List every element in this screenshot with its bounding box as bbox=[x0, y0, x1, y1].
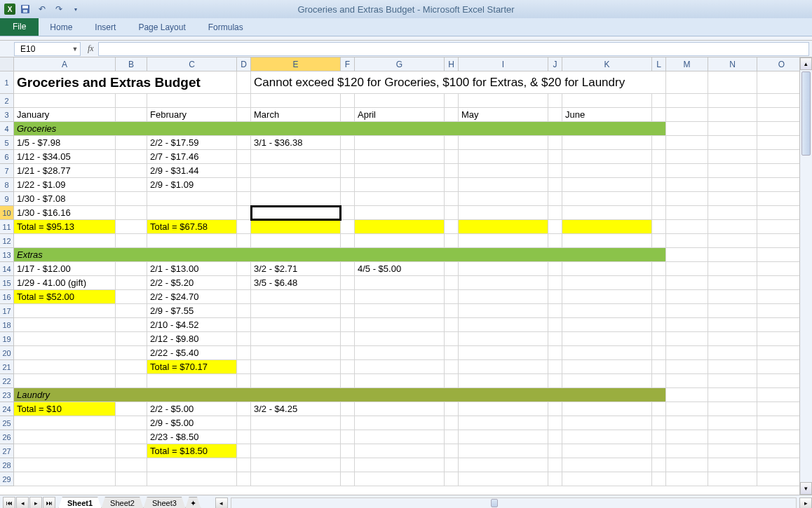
cell-F24[interactable] bbox=[341, 402, 355, 416]
cell-G17[interactable] bbox=[355, 304, 445, 318]
vscroll-thumb[interactable] bbox=[801, 71, 811, 156]
cell-F16[interactable] bbox=[341, 290, 355, 304]
cell-M13[interactable] bbox=[666, 248, 708, 262]
cell-N11[interactable] bbox=[708, 220, 757, 234]
cell-F18[interactable] bbox=[341, 318, 355, 332]
cell-F29[interactable] bbox=[341, 472, 355, 486]
formula-input[interactable] bbox=[98, 42, 809, 56]
row-header-3[interactable]: 3 bbox=[0, 108, 14, 122]
cell-D2[interactable] bbox=[237, 94, 251, 108]
cell-C29[interactable] bbox=[147, 472, 237, 486]
cell-J24[interactable] bbox=[548, 402, 562, 416]
row-header-6[interactable]: 6 bbox=[0, 150, 14, 164]
cell-M9[interactable] bbox=[666, 192, 708, 206]
cell-H6[interactable] bbox=[445, 150, 459, 164]
cell-I21[interactable] bbox=[459, 360, 548, 374]
cell-C26[interactable]: 2/23 - $8.50 bbox=[147, 430, 237, 444]
cell-I28[interactable] bbox=[459, 458, 548, 472]
row-header-2[interactable]: 2 bbox=[0, 94, 14, 108]
cell-K27[interactable] bbox=[562, 444, 652, 458]
row-header-21[interactable]: 21 bbox=[0, 360, 14, 374]
cell-N6[interactable] bbox=[708, 150, 757, 164]
cell-I18[interactable] bbox=[459, 318, 548, 332]
cell-I17[interactable] bbox=[459, 304, 548, 318]
row-header-16[interactable]: 16 bbox=[0, 290, 14, 304]
cell-C25[interactable]: 2/9 - $5.00 bbox=[147, 416, 237, 430]
cell-M19[interactable] bbox=[666, 332, 708, 346]
cell-B12[interactable] bbox=[116, 234, 147, 248]
cell-D6[interactable] bbox=[237, 150, 251, 164]
cell-B19[interactable] bbox=[116, 332, 147, 346]
cells-area[interactable]: Groceries and Extras BudgetCannot exceed… bbox=[14, 71, 799, 486]
cell-J7[interactable] bbox=[548, 164, 562, 178]
cell-O18[interactable] bbox=[757, 318, 799, 332]
cell-I6[interactable] bbox=[459, 150, 548, 164]
scroll-up-icon[interactable]: ▴ bbox=[800, 57, 812, 70]
tab-page-layout[interactable]: Page Layout bbox=[127, 19, 196, 36]
cell-A19[interactable] bbox=[14, 332, 116, 346]
cell-I12[interactable] bbox=[459, 234, 548, 248]
cell-B10[interactable] bbox=[116, 206, 147, 220]
cell-L10[interactable] bbox=[652, 206, 666, 220]
cell-E22[interactable] bbox=[251, 374, 341, 388]
cell-O15[interactable] bbox=[757, 276, 799, 290]
row-header-9[interactable]: 9 bbox=[0, 192, 14, 206]
cell-J5[interactable] bbox=[548, 136, 562, 150]
cell-E11[interactable] bbox=[251, 220, 341, 234]
cell-B11[interactable] bbox=[116, 220, 147, 234]
col-header-D[interactable]: D bbox=[237, 57, 251, 71]
cell-M29[interactable] bbox=[666, 472, 708, 486]
cell-H29[interactable] bbox=[445, 472, 459, 486]
cell-J28[interactable] bbox=[548, 458, 562, 472]
cell-A16[interactable]: Total = $52.00 bbox=[14, 290, 116, 304]
cell-F10[interactable] bbox=[341, 206, 355, 220]
cell-A21[interactable] bbox=[14, 360, 116, 374]
row-header-24[interactable]: 24 bbox=[0, 402, 14, 416]
cell-A5[interactable]: 1/5 - $7.98 bbox=[14, 136, 116, 150]
cell-I29[interactable] bbox=[459, 472, 548, 486]
cell-F11[interactable] bbox=[341, 220, 355, 234]
cell-O6[interactable] bbox=[757, 150, 799, 164]
cell-C28[interactable] bbox=[147, 458, 237, 472]
cell-J20[interactable] bbox=[548, 346, 562, 360]
cell-D29[interactable] bbox=[237, 472, 251, 486]
cell-M20[interactable] bbox=[666, 346, 708, 360]
cell-E26[interactable] bbox=[251, 430, 341, 444]
col-header-C[interactable]: C bbox=[147, 57, 237, 71]
cell-G6[interactable] bbox=[355, 150, 445, 164]
undo-icon[interactable]: ↶ bbox=[35, 2, 49, 16]
cell-G16[interactable] bbox=[355, 290, 445, 304]
cell-A7[interactable]: 1/21 - $28.77 bbox=[14, 164, 116, 178]
sheet-nav-next-icon[interactable]: ▸ bbox=[29, 497, 42, 509]
cell-B15[interactable] bbox=[116, 276, 147, 290]
fx-icon[interactable]: fx bbox=[83, 43, 98, 54]
cell-E21[interactable] bbox=[251, 360, 341, 374]
cell-M1[interactable] bbox=[666, 71, 708, 94]
cell-K29[interactable] bbox=[562, 472, 652, 486]
cell-A13[interactable]: Extras bbox=[14, 248, 666, 262]
cell-B5[interactable] bbox=[116, 136, 147, 150]
cell-D18[interactable] bbox=[237, 318, 251, 332]
cell-O10[interactable] bbox=[757, 206, 799, 220]
save-icon[interactable] bbox=[18, 2, 32, 16]
cell-G12[interactable] bbox=[355, 234, 445, 248]
cell-H16[interactable] bbox=[445, 290, 459, 304]
row-header-7[interactable]: 7 bbox=[0, 164, 14, 178]
cell-K24[interactable] bbox=[562, 402, 652, 416]
cell-A3[interactable]: January bbox=[14, 108, 116, 122]
row-header-19[interactable]: 19 bbox=[0, 332, 14, 346]
cell-I7[interactable] bbox=[459, 164, 548, 178]
cell-O3[interactable] bbox=[757, 108, 799, 122]
cell-O14[interactable] bbox=[757, 262, 799, 276]
cell-N25[interactable] bbox=[708, 416, 757, 430]
cell-H2[interactable] bbox=[445, 94, 459, 108]
cell-L24[interactable] bbox=[652, 402, 666, 416]
cell-K12[interactable] bbox=[562, 234, 652, 248]
cell-N14[interactable] bbox=[708, 262, 757, 276]
cell-E20[interactable] bbox=[251, 346, 341, 360]
cell-E9[interactable] bbox=[251, 192, 341, 206]
cell-O7[interactable] bbox=[757, 164, 799, 178]
cell-H3[interactable] bbox=[445, 108, 459, 122]
row-header-11[interactable]: 11 bbox=[0, 220, 14, 234]
cell-J2[interactable] bbox=[548, 94, 562, 108]
